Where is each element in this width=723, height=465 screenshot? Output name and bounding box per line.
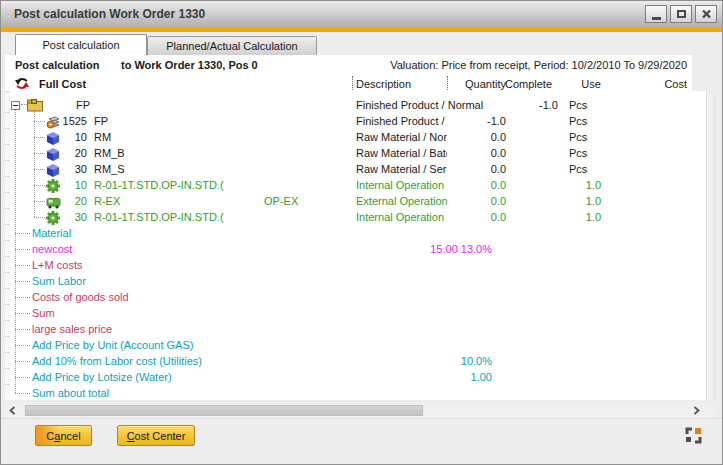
- summary-value: 15.00 13.0%: [421, 241, 492, 257]
- tree-item-row[interactable]: 20RM_BRaw Material / Batch0.0Pcs: [5, 145, 706, 161]
- tree-expander[interactable]: [11, 101, 20, 110]
- quantity-cell: 0.0: [441, 193, 506, 209]
- use-cell: Pcs: [569, 97, 587, 113]
- summary-row[interactable]: Add Price by Lotsize (Water)1.00: [5, 369, 706, 385]
- chevron-left-icon: [9, 406, 16, 415]
- description-cell: Internal Operation STND001 - Standard (d…: [356, 209, 447, 225]
- summary-row[interactable]: Costs of goods sold: [5, 289, 706, 305]
- item-code: RM: [94, 129, 111, 145]
- use-cell: Pcs: [569, 145, 587, 161]
- summary-row[interactable]: Add Price by Unit (Account GAS): [5, 337, 706, 353]
- description-cell: Finished Product / Normal: [356, 113, 447, 129]
- summary-row[interactable]: large sales price: [5, 321, 706, 337]
- summary-row[interactable]: Add 10% from Labor cost (Utilities)10.0%: [5, 353, 706, 369]
- summary-row[interactable]: newcost15.00 13.0%: [5, 241, 706, 257]
- quantity-cell: -1.0: [441, 113, 506, 129]
- tree-item-row[interactable]: 30RM_SRaw Material / Serial0.0Pcs: [5, 161, 706, 177]
- cancel-button-label: Cancel: [46, 430, 80, 442]
- item-number: 30: [59, 161, 87, 177]
- column-use[interactable]: Use: [576, 78, 606, 90]
- summary-row[interactable]: Sum about total: [5, 385, 706, 401]
- item-code: R-EX: [94, 193, 120, 209]
- quantity-cell: 0.0: [441, 161, 506, 177]
- accent-line: [1, 28, 722, 32]
- tab-planned-actual-calculation[interactable]: Planned/Actual Calculation: [147, 36, 317, 55]
- maximize-icon: [677, 10, 686, 18]
- tree-item-row[interactable]: 30R-01-1T.STD.OP-IN.STD.(Internal Operat…: [5, 209, 706, 225]
- window-controls: [645, 5, 717, 23]
- item-code: R-01-1T.STD.OP-IN.STD.(: [94, 209, 224, 225]
- column-description[interactable]: Description: [356, 78, 411, 90]
- target-title: to Work Order 1330, Pos 0: [121, 59, 258, 71]
- description-cell: Internal Operation With QC - Standard (d…: [356, 177, 447, 193]
- summary-label: Add Price by Lotsize (Water): [32, 369, 172, 385]
- column-cost[interactable]: Cost: [631, 78, 687, 90]
- item-code-2: OP-EX: [264, 193, 298, 209]
- column-full-cost[interactable]: Full Cost: [39, 78, 86, 90]
- resize-grip-icon[interactable]: [685, 427, 702, 444]
- description-cell: Finished Product / Normal: [356, 97, 447, 113]
- close-button[interactable]: [695, 5, 717, 23]
- item-code: FP: [94, 113, 108, 129]
- cancel-button[interactable]: Cancel: [35, 425, 92, 446]
- corner-filler: [692, 55, 715, 91]
- grid: FPFinished Product / Normal-1.0Pcs1525FP…: [5, 91, 706, 403]
- summary-label: Sum: [32, 305, 55, 321]
- summary-row[interactable]: Sum: [5, 305, 706, 321]
- bottom-bar: Cancel Cost Center: [1, 418, 722, 464]
- tree-item-row[interactable]: 20R-EXOP-EXExternal Operation0.01.0: [5, 193, 706, 209]
- item-code: FP: [76, 97, 90, 113]
- horizontal-scrollbar[interactable]: [5, 403, 715, 418]
- summary-label: L+M costs: [32, 257, 82, 273]
- item-number: 10: [59, 177, 87, 193]
- maximize-button[interactable]: [670, 5, 692, 23]
- close-icon: [701, 9, 712, 19]
- summary-label: Sum about total: [32, 385, 109, 401]
- chevron-right-icon: [693, 406, 700, 415]
- description-cell: External Operation: [356, 193, 447, 209]
- summary-row[interactable]: Sum Labor: [5, 273, 706, 289]
- summary-label: Sum Labor: [32, 273, 86, 289]
- summary-label: newcost: [32, 241, 72, 257]
- scroll-left-button[interactable]: [5, 404, 19, 417]
- description-cell: Raw Material / Normal: [356, 129, 447, 145]
- window-titlebar[interactable]: Post calculation Work Order 1330: [1, 1, 722, 28]
- quantity-cell: 0.0: [441, 177, 506, 193]
- column-quantity[interactable]: Quantity: [441, 78, 506, 90]
- quantity-cell: 0.0: [441, 129, 506, 145]
- summary-row[interactable]: L+M costs: [5, 257, 706, 273]
- summary-label: Material: [32, 225, 71, 241]
- item-code: RM_B: [94, 145, 125, 161]
- complete-cell: -1.0: [499, 97, 558, 113]
- use-cell: Pcs: [569, 129, 587, 145]
- item-number: 30: [59, 209, 87, 225]
- minimize-button[interactable]: [645, 5, 667, 23]
- summary-value: 10.0%: [421, 353, 492, 369]
- valuation-info: Valuation: Price from receipt, Period: 1…: [335, 59, 687, 71]
- cost-center-button[interactable]: Cost Center: [117, 425, 195, 446]
- form-area: Post calculation to Work Order 1330, Pos…: [5, 55, 715, 400]
- tab-post-calculation[interactable]: Post calculation: [15, 34, 147, 55]
- summary-label: Costs of goods sold: [32, 289, 129, 305]
- scroll-right-button[interactable]: [689, 404, 703, 417]
- tree-item-row[interactable]: 10R-01-1T.STD.OP-IN.STD.(Internal Operat…: [5, 177, 706, 193]
- tree-item-row[interactable]: 1525FPFinished Product / Normal-1.0Pcs: [5, 113, 706, 129]
- quantity-cell: 0.0: [441, 145, 506, 161]
- summary-row[interactable]: Material: [5, 225, 706, 241]
- post-calculation-window: Post calculation Work Order 1330 Post ca…: [0, 0, 723, 465]
- column-separator: [352, 76, 353, 90]
- description-cell: Raw Material / Batch: [356, 145, 447, 161]
- minimize-icon: [652, 17, 661, 20]
- item-number: 10: [59, 129, 87, 145]
- item-number: 20: [59, 193, 87, 209]
- use-cell: 1.0: [556, 177, 601, 193]
- column-complete[interactable]: Complete: [499, 78, 558, 90]
- vertical-scrollbar[interactable]: [706, 91, 716, 400]
- use-cell: Pcs: [569, 161, 587, 177]
- summary-value: 1.00: [421, 369, 492, 385]
- tree-root-row[interactable]: FPFinished Product / Normal-1.0Pcs: [5, 97, 706, 113]
- cost-center-button-label: Cost Center: [127, 430, 186, 442]
- use-cell: 1.0: [556, 193, 601, 209]
- scrollbar-thumb[interactable]: [25, 405, 423, 416]
- tree-item-row[interactable]: 10RMRaw Material / Normal0.0Pcs: [5, 129, 706, 145]
